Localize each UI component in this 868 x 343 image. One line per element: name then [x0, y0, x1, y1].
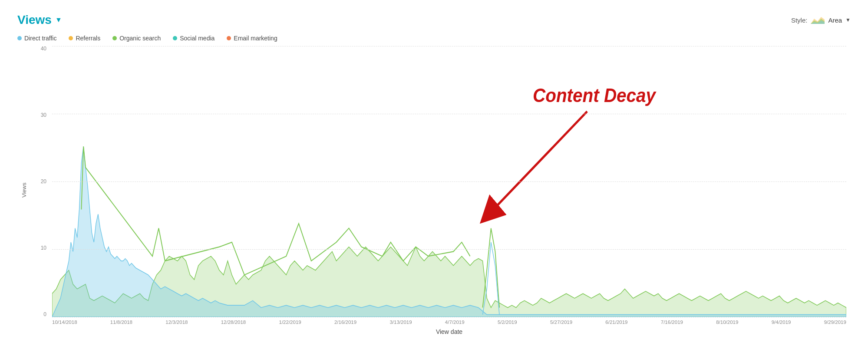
- grid-line-40: [52, 46, 846, 46]
- chart-inner: 0 10 20 30 40: [33, 46, 851, 334]
- legend-dot: [173, 36, 177, 40]
- y-tick-30: 30: [33, 112, 50, 118]
- y-tick-20: 20: [33, 179, 50, 184]
- x-tick-5: 1/22/2019: [279, 320, 301, 325]
- x-tick-14: 9/4/2019: [772, 320, 791, 325]
- legend-item-social-media: Social media: [173, 35, 215, 42]
- x-tick-2: 11/8/2018: [110, 320, 132, 325]
- chart-style-label[interactable]: Area: [828, 16, 842, 24]
- x-tick-12: 7/16/2019: [661, 320, 683, 325]
- x-tick-6: 2/16/2019: [334, 320, 356, 325]
- y-tick-0: 0: [33, 312, 50, 317]
- y-tick-40: 40: [33, 46, 50, 51]
- style-label: Style:: [791, 16, 808, 24]
- legend-item-direct-traffic: Direct traffic: [17, 35, 56, 42]
- title-dropdown-icon[interactable]: ▼: [55, 16, 62, 24]
- grid-line-20: [52, 181, 846, 182]
- svg-line-3: [489, 112, 587, 214]
- x-tick-7: 3/13/2019: [389, 320, 412, 325]
- legend-item-organic-search: Organic search: [112, 35, 161, 42]
- area-style-icon: [811, 15, 825, 25]
- x-tick-4: 12/28/2018: [221, 320, 246, 325]
- chart-legend: Direct trafficReferralsOrganic searchSoc…: [17, 35, 851, 42]
- legend-item-email-marketing: Email marketing: [227, 35, 277, 42]
- x-axis: 10/14/2018 11/8/2018 12/3/2018 12/28/201…: [52, 317, 846, 334]
- chart-title[interactable]: Views ▼: [17, 13, 62, 27]
- legend-dot: [112, 36, 117, 40]
- legend-label: Direct traffic: [24, 35, 56, 42]
- chart-header: Views ▼ Style: Area ▼: [17, 13, 851, 27]
- legend-label: Referrals: [76, 35, 100, 42]
- content-decay-text: Content Decay: [533, 84, 657, 106]
- x-tick-10: 5/27/2019: [550, 320, 572, 325]
- legend-dot: [69, 36, 73, 40]
- legend-label: Email marketing: [234, 35, 277, 42]
- x-tick-1: 10/14/2018: [52, 320, 77, 325]
- title-text: Views: [17, 13, 52, 27]
- chart-style-dropdown-icon[interactable]: ▼: [845, 17, 851, 23]
- y-axis-ticks: 0 10 20 30 40: [33, 46, 50, 317]
- x-tick-9: 5/2/2019: [498, 320, 517, 325]
- chart-canvas: Content Decay: [52, 46, 846, 317]
- x-tick-8: 4/7/2019: [445, 320, 465, 325]
- legend-label: Social media: [180, 35, 215, 42]
- y-axis-label: Views: [17, 46, 30, 334]
- grid-line-30: [52, 114, 846, 114]
- legend-label: Organic search: [119, 35, 161, 42]
- x-tick-15: 9/29/2019: [824, 320, 846, 325]
- legend-item-referrals: Referrals: [69, 35, 100, 42]
- chart-area: Views 0 10 20 30 40: [17, 46, 851, 334]
- legend-dot: [227, 36, 231, 40]
- x-axis-label: View date: [52, 328, 846, 335]
- x-tick-13: 8/10/2019: [716, 320, 738, 325]
- y-tick-10: 10: [33, 245, 50, 251]
- grid-line-10: [52, 249, 846, 250]
- style-control: Style: Area ▼: [791, 15, 851, 25]
- x-tick-3: 12/3/2018: [165, 320, 188, 325]
- x-tick-11: 6/21/2019: [605, 320, 627, 325]
- legend-dot: [17, 36, 22, 40]
